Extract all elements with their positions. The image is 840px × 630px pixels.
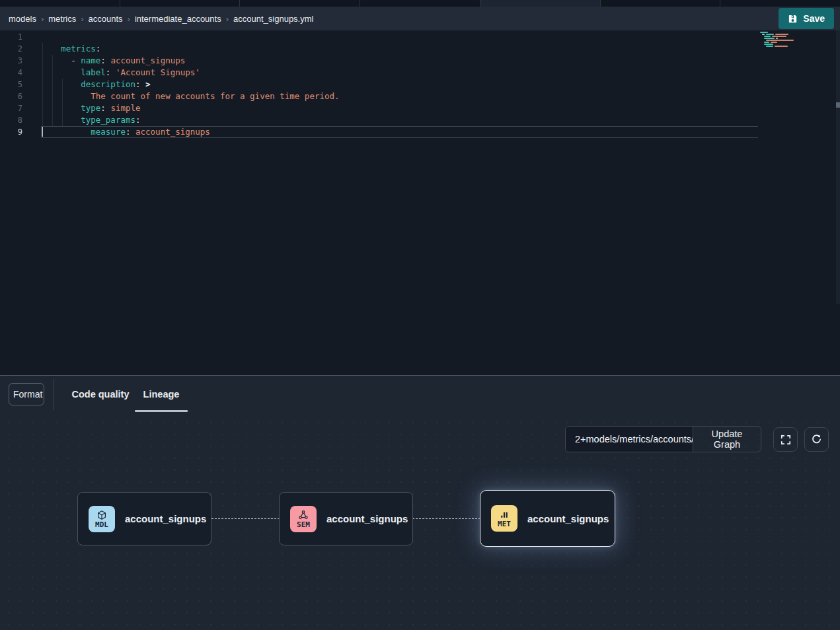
line-number-current: 9 — [0, 126, 22, 138]
yaml-value: account_signups — [135, 127, 210, 137]
line-number: 7 — [0, 102, 22, 114]
editor-tab[interactable] — [720, 0, 840, 7]
fullscreen-button[interactable] — [773, 427, 798, 452]
editor-scrollbar-thumb[interactable] — [836, 102, 840, 108]
editor-tab[interactable] — [0, 0, 120, 7]
editor-scrollbar[interactable] — [836, 30, 840, 304]
format-button[interactable]: Format — [9, 383, 44, 405]
code-line[interactable]: - name: account_signups — [41, 43, 185, 55]
vertical-divider — [54, 379, 54, 410]
editor-tab-active[interactable] — [480, 0, 601, 7]
line-number: 3 — [0, 55, 22, 67]
refresh-icon — [811, 434, 822, 445]
line-number: 4 — [0, 67, 22, 79]
node-label: account_signups — [125, 513, 206, 524]
active-tab-underline — [135, 410, 188, 412]
code-editor[interactable]: 1 2 3 4 5 6 7 8 9 metrics: - name: accou… — [0, 30, 840, 375]
code-line[interactable]: description: > — [41, 67, 151, 79]
editor-tab[interactable] — [120, 0, 241, 7]
code-line[interactable]: type_params: — [41, 102, 141, 114]
refresh-button[interactable] — [804, 427, 829, 452]
node-label: account_signups — [326, 513, 408, 524]
line-number: 8 — [0, 114, 22, 126]
yaml-key: measure — [91, 127, 126, 137]
lineage-node-model[interactable]: MDL account_signups — [77, 492, 211, 545]
code-line[interactable]: label: 'Account Signups' — [41, 55, 200, 67]
code-line[interactable]: type: simple — [41, 90, 141, 102]
editor-tab-strip — [0, 0, 840, 7]
breadcrumb-item-filename[interactable]: account_signups.yml — [233, 14, 313, 24]
breadcrumb-item[interactable]: accounts — [89, 14, 123, 24]
model-badge-label: MDL — [95, 521, 108, 528]
chevron-right-icon: › — [41, 14, 44, 24]
node-label: account_signups — [527, 513, 609, 524]
line-number: 6 — [0, 90, 22, 102]
semantic-badge: SEM — [290, 506, 317, 532]
cube-icon — [96, 510, 107, 520]
code-line[interactable]: The count of new accounts for a given ti… — [41, 79, 340, 90]
floppy-disk-icon — [788, 14, 798, 24]
editor-tab[interactable] — [240, 0, 360, 7]
lineage-node-semantic-model[interactable]: SEM account_signups — [279, 492, 413, 545]
update-graph-button[interactable]: Update Graph — [693, 427, 761, 452]
code-line[interactable]: measure: account_signups — [41, 114, 210, 126]
minimap[interactable] — [760, 32, 801, 48]
breadcrumb-bar: models › metrics › accounts › intermedia… — [0, 7, 840, 30]
fullscreen-icon — [781, 435, 791, 445]
code-line[interactable]: metrics: — [41, 31, 100, 43]
lineage-edge — [412, 518, 480, 519]
save-button-label: Save — [803, 13, 825, 24]
bar-chart-icon — [499, 509, 510, 520]
breadcrumb: models › metrics › accounts › intermedia… — [9, 14, 313, 24]
chevron-right-icon: › — [226, 14, 229, 24]
tab-code-quality[interactable]: Code quality — [63, 376, 137, 412]
lineage-edge — [211, 518, 280, 519]
chevron-right-icon: › — [128, 14, 130, 24]
breadcrumb-item[interactable]: metrics — [48, 14, 76, 24]
editor-tab[interactable] — [360, 0, 480, 7]
lineage-canvas[interactable]: Update Graph — [0, 413, 840, 630]
editor-tab[interactable] — [601, 0, 721, 7]
bottom-panel: Format Code quality Lineage Update Graph — [0, 376, 840, 630]
metric-badge-label: MET — [498, 520, 511, 528]
breadcrumb-item[interactable]: models — [9, 14, 36, 24]
line-number: 2 — [0, 43, 22, 55]
line-number: 1 — [0, 31, 22, 43]
lineage-node-metric-selected[interactable]: MET account_signups — [480, 490, 615, 547]
line-number: 5 — [0, 79, 22, 90]
tab-lineage[interactable]: Lineage — [135, 376, 188, 412]
save-button[interactable]: Save — [779, 8, 834, 29]
semantic-badge-label: SEM — [297, 521, 310, 528]
model-badge: MDL — [89, 506, 115, 532]
breadcrumb-item[interactable]: intermediate_accounts — [135, 14, 221, 24]
lineage-selector-group: Update Graph — [565, 426, 761, 452]
network-icon — [298, 510, 309, 520]
metric-badge: MET — [491, 505, 517, 532]
chevron-right-icon: › — [81, 14, 83, 24]
lineage-selector-input[interactable] — [566, 427, 693, 452]
